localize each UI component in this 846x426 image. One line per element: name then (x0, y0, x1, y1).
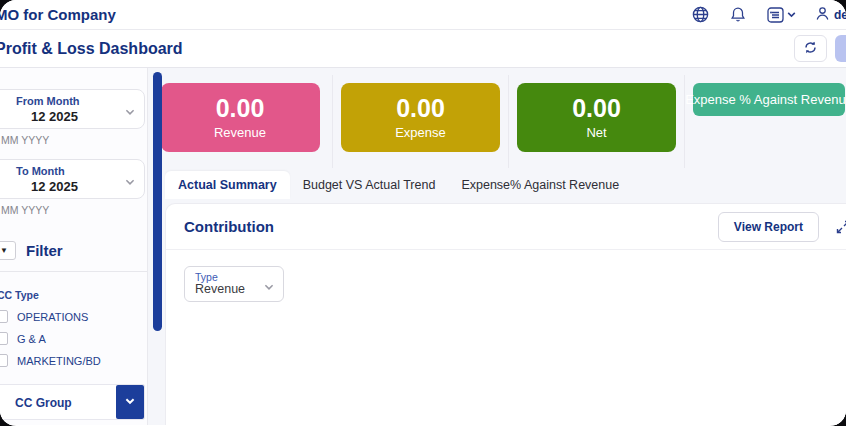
expense-value: 0.00 (396, 95, 445, 121)
dashboard-tabs: Actual Summary Budget VS Actual Trend Ex… (165, 171, 846, 199)
kpi-column: 0.00 Revenue (148, 75, 332, 168)
net-kpi-card[interactable]: 0.00 Net (517, 83, 676, 152)
document-list-icon (766, 6, 786, 24)
company-title: MO for Company (0, 6, 116, 23)
expense-percent-label: Expense % Against Revenue (685, 92, 846, 107)
expand-panel-button[interactable] (833, 217, 846, 237)
filter-collapse-toggle[interactable]: ▼ (0, 241, 16, 260)
tab-expense-against-revenue[interactable]: Expense% Against Revenue (448, 171, 632, 199)
filter-sidebar: From Month 12 2025 MM YYYY To Month 12 2… (0, 68, 148, 425)
checkbox-unchecked[interactable] (0, 354, 8, 367)
from-month-format-hint: MM YYYY (1, 134, 147, 146)
checkbox-unchecked[interactable] (0, 332, 8, 345)
expand-arrows-icon (835, 219, 846, 235)
expense-label: Expense (395, 125, 446, 140)
checkbox-label: MARKETING/BD (17, 355, 101, 367)
chevron-down-icon (124, 104, 136, 122)
kpi-column: 0.00 Expense (332, 75, 508, 168)
to-month-label: To Month (16, 165, 65, 177)
revenue-value: 0.00 (216, 95, 265, 121)
type-select[interactable]: Type Revenue (184, 266, 284, 302)
from-month-label: From Month (16, 95, 80, 107)
language-globe-button[interactable] (689, 3, 712, 26)
from-month-value: 12 2025 (0, 109, 122, 124)
contribution-panel-header: Contribution View Report (166, 204, 846, 250)
globe-icon (691, 5, 710, 24)
revenue-label: Revenue (214, 125, 266, 140)
filter-heading-row: ▼ Filter (0, 241, 147, 260)
bell-icon (729, 5, 747, 24)
chevron-down-icon (263, 279, 275, 297)
user-name-label: de (834, 8, 846, 22)
refresh-button[interactable] (794, 35, 827, 62)
page-title: Profit & Loss Dashboard (0, 40, 183, 58)
topbar: MO for Company (0, 0, 846, 30)
cc-type-option-marketing[interactable]: MARKETING/BD (0, 354, 147, 367)
to-month-format-hint: MM YYYY (1, 204, 147, 216)
type-select-value: Revenue (195, 282, 245, 296)
from-month-select[interactable]: From Month 12 2025 (0, 89, 145, 129)
kpi-cards-row: 0.00 Revenue 0.00 Expense 0.00 Net (148, 75, 846, 168)
sidebar-scrollbar[interactable] (153, 72, 162, 331)
cc-group-label: CC Group (15, 396, 72, 410)
user-menu[interactable]: de (814, 5, 846, 25)
reports-menu-button[interactable] (764, 4, 799, 26)
chevron-down-icon (124, 174, 136, 192)
contribution-title: Contribution (184, 218, 274, 235)
cc-type-label: CC Type (0, 289, 147, 301)
checkbox-unchecked[interactable] (0, 310, 8, 323)
contribution-body: Type Revenue (166, 250, 846, 425)
expense-percent-kpi-card[interactable]: Expense % Against Revenue (693, 83, 845, 116)
contribution-panel: Contribution View Report (165, 203, 846, 425)
chevron-down-icon (124, 395, 136, 410)
refresh-icon (803, 40, 818, 58)
expense-kpi-card[interactable]: 0.00 Expense (341, 83, 500, 152)
chevron-down-icon (786, 9, 797, 20)
app-window: MO for Company (0, 0, 846, 426)
checkbox-label: G & A (17, 333, 46, 345)
net-label: Net (586, 125, 606, 140)
cc-type-option-operations[interactable]: OPERATIONS (0, 310, 147, 323)
revenue-kpi-card[interactable]: 0.00 Revenue (161, 83, 320, 152)
cc-group-dropdown[interactable]: CC Group (0, 384, 145, 420)
cc-group-expand-button[interactable] (116, 385, 144, 419)
tab-actual-summary[interactable]: Actual Summary (165, 171, 290, 199)
kpi-column: 0.00 Net (508, 75, 684, 168)
topbar-actions: de (689, 3, 846, 26)
contribution-actions: View Report (718, 212, 846, 242)
page-header: Profit & Loss Dashboard (0, 30, 846, 68)
caret-down-icon: ▼ (0, 246, 8, 255)
checkbox-label: OPERATIONS (17, 311, 88, 323)
net-value: 0.00 (572, 95, 621, 121)
page-header-actions (794, 35, 846, 62)
to-month-value: 12 2025 (0, 179, 122, 194)
cc-type-option-ga[interactable]: G & A (0, 332, 147, 345)
view-report-button[interactable]: View Report (718, 212, 819, 242)
user-icon (814, 5, 831, 25)
body-row: From Month 12 2025 MM YYYY To Month 12 2… (0, 68, 846, 425)
edge-action-button[interactable] (835, 35, 846, 62)
kpi-column: Expense % Against Revenue (684, 75, 846, 168)
sidebar-divider (0, 271, 147, 272)
to-month-select[interactable]: To Month 12 2025 (0, 159, 145, 199)
filter-heading: Filter (26, 242, 63, 259)
notifications-button[interactable] (727, 3, 749, 26)
tab-budget-vs-actual-trend[interactable]: Budget VS Actual Trend (290, 171, 449, 199)
main-content: 0.00 Revenue 0.00 Expense 0.00 Net (148, 68, 846, 425)
